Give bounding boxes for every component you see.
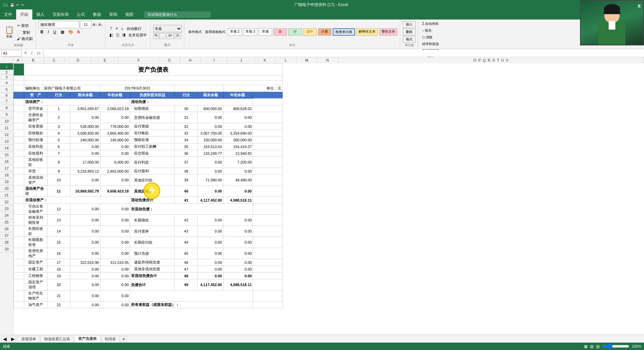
- sheet-tab-zcfz[interactable]: 资产负债表: [74, 335, 100, 343]
- row-header-7[interactable]: 7: [0, 98, 13, 104]
- comma-btn[interactable]: ，: [160, 33, 166, 39]
- add-sheet-btn[interactable]: +: [120, 336, 127, 342]
- row-header-17[interactable]: 17: [0, 165, 13, 172]
- row-12[interactable]: 应收利息 6 0.00 0.00 应付职工薪酬 35 154,513.03 15…: [14, 143, 283, 150]
- italic-btn[interactable]: I: [46, 29, 51, 35]
- row-header-4[interactable]: 4: [0, 79, 13, 86]
- align-middle-btn[interactable]: ≡: [115, 26, 119, 32]
- row-header-22[interactable]: 22: [0, 199, 13, 205]
- row-header-12[interactable]: 12: [0, 131, 13, 138]
- row-header-26[interactable]: 26: [0, 225, 13, 232]
- sheet-tab-jinxiang[interactable]: 进项清单: [18, 336, 40, 342]
- col-e[interactable]: E: [92, 57, 119, 63]
- row-22[interactable]: 长期股权投资 15 0.00 0.00 长期应付款 44 0.00 0.00: [14, 237, 283, 248]
- wrap-text-btn[interactable]: 自动换行: [126, 26, 142, 32]
- row-header-21[interactable]: 21: [0, 192, 13, 199]
- row-header-14[interactable]: 14: [0, 145, 13, 151]
- col-f[interactable]: F: [119, 57, 159, 63]
- increase-decimal-btn[interactable]: .0+: [166, 33, 174, 39]
- row-header-13[interactable]: 13: [0, 138, 13, 145]
- align-bottom-btn[interactable]: ⊥: [120, 26, 125, 32]
- row-10[interactable]: 应收账款 4 3,008,600.00 3,865,400.00 应付账款 33…: [14, 130, 283, 137]
- row-header-11[interactable]: 11: [0, 125, 13, 131]
- style-jisuan[interactable]: 计算: [318, 28, 331, 36]
- number-format-select[interactable]: 常规: [153, 25, 182, 32]
- align-left-btn[interactable]: ◧: [108, 32, 114, 38]
- underline-btn[interactable]: U: [52, 29, 58, 35]
- formula-input[interactable]: [45, 50, 643, 57]
- formula-confirm-btn[interactable]: ✓: [29, 51, 34, 55]
- tab-insert[interactable]: 插入: [32, 9, 49, 20]
- row-25[interactable]: 在建工程 18 0.00 0.00 其他非流动负债 47 0.00 0.00: [14, 266, 283, 273]
- tab-data[interactable]: 数据: [89, 9, 105, 20]
- align-right-btn[interactable]: ◨: [121, 32, 126, 38]
- align-top-btn[interactable]: ⊤: [108, 26, 114, 32]
- search-box[interactable]: 告诉我您要做什么: [144, 11, 211, 18]
- row-23[interactable]: 投资性房地产 16 0.00 0.00 预计负债 45 0.00 0.00: [14, 248, 283, 259]
- row-19[interactable]: 可供出售金融资产 12 0.00 0.00 非流动负债：: [14, 204, 283, 215]
- fill-color-btn[interactable]: 🎨: [67, 29, 75, 35]
- conditional-format-btn[interactable]: 条件格式: [187, 29, 203, 35]
- decrease-decimal-btn[interactable]: .0-: [174, 33, 181, 39]
- percent-btn[interactable]: %: [153, 33, 159, 39]
- row-header-19[interactable]: 19: [0, 178, 13, 185]
- row-header-15[interactable]: 15: [0, 151, 13, 158]
- col-k[interactable]: K: [255, 57, 276, 63]
- align-center-btn[interactable]: ◫: [115, 32, 120, 38]
- view-break-btn[interactable]: ▧: [596, 344, 600, 349]
- format-cells-btn[interactable]: 格式: [403, 36, 416, 43]
- row-26[interactable]: 工程物资 19 0.00 0.00 非流动负债合计 48 0.00 0.00: [14, 273, 283, 279]
- font-name-input[interactable]: [39, 21, 79, 28]
- col-g[interactable]: G: [159, 57, 180, 63]
- row-15[interactable]: 存货 9 3,216,893.12 2,803,000.00 应付股利 38 0…: [14, 168, 283, 175]
- row-header-20[interactable]: 20: [0, 185, 13, 192]
- tab-review[interactable]: 审阅: [105, 9, 121, 20]
- redo-btn[interactable]: ↪: [21, 3, 24, 7]
- row-header-1[interactable]: 1: [0, 63, 13, 70]
- row-header-3[interactable]: 3: [0, 75, 13, 79]
- fill-btn[interactable]: ↓ 填充: [421, 28, 440, 34]
- row-24[interactable]: 固定资产 17 322,016.96 311,516.95 递延所得税负债 46…: [14, 259, 283, 266]
- style-zhongzhong[interactable]: 适中: [303, 28, 317, 36]
- style-jinggao[interactable]: 警告文本: [379, 28, 397, 36]
- undo-btn[interactable]: ↩: [16, 3, 19, 7]
- row-header-5[interactable]: 5: [0, 86, 13, 93]
- tab-view[interactable]: 视图: [121, 9, 137, 20]
- style-normal[interactable]: 常规: [259, 28, 272, 36]
- delete-cells-btn[interactable]: 删除: [403, 29, 416, 35]
- row-29[interactable]: 油气资产 22 0.00 0.00 所有者权益（或股东权益）：: [14, 302, 283, 308]
- tab-page-layout[interactable]: 页面布局: [49, 9, 73, 20]
- col-m[interactable]: M: [296, 57, 317, 63]
- col-j[interactable]: J: [228, 57, 255, 63]
- zoom-slider[interactable]: [602, 344, 629, 349]
- tab-file[interactable]: 文件: [0, 9, 16, 20]
- style-bad[interactable]: 差: [273, 28, 287, 36]
- sort-filter-btn[interactable]: 排序和筛选: [421, 41, 440, 47]
- row-header-9[interactable]: 9: [0, 111, 13, 118]
- row-header-29[interactable]: 29: [0, 246, 13, 252]
- row-21[interactable]: 长期应收款 14 0.00 0.00 应付债券 43 0.00 0.00: [14, 226, 283, 237]
- quick-save[interactable]: 💾: [10, 3, 14, 7]
- style-normal3[interactable]: 常规 3: [243, 28, 257, 36]
- merge-btn[interactable]: 合并后居中: [127, 32, 148, 38]
- name-box[interactable]: [1, 50, 22, 57]
- col-l[interactable]: L: [276, 57, 296, 63]
- format-as-table-btn[interactable]: 套用表格格式: [204, 29, 227, 35]
- row-11[interactable]: 预付款项 5 240,000.00 140,000.00 预收款项 34 150…: [14, 137, 283, 143]
- autosum-btn[interactable]: Σ 自动求和: [421, 21, 440, 27]
- col-c[interactable]: C: [44, 57, 65, 63]
- cut-btn[interactable]: ✂ 剪切: [16, 23, 30, 29]
- style-shuoming[interactable]: 解释性文本: [356, 28, 378, 36]
- row-header-8[interactable]: 8: [0, 104, 13, 111]
- row-header-18[interactable]: 18: [0, 172, 13, 178]
- tab-formula[interactable]: 公式: [73, 9, 89, 20]
- col-n[interactable]: N: [317, 57, 338, 63]
- view-page-btn[interactable]: ▨: [590, 344, 593, 349]
- row-9[interactable]: 应收票据 3 536,000.00 778,000.00 应付票据 32 0.0…: [14, 123, 283, 130]
- increase-font-btn[interactable]: A↑: [92, 22, 97, 27]
- col-b[interactable]: B: [23, 57, 44, 63]
- bold-btn[interactable]: B: [39, 29, 45, 35]
- insert-function-btn[interactable]: ƒx: [36, 51, 42, 55]
- row-header-24[interactable]: 24: [0, 212, 13, 219]
- font-color-btn[interactable]: A: [76, 29, 82, 35]
